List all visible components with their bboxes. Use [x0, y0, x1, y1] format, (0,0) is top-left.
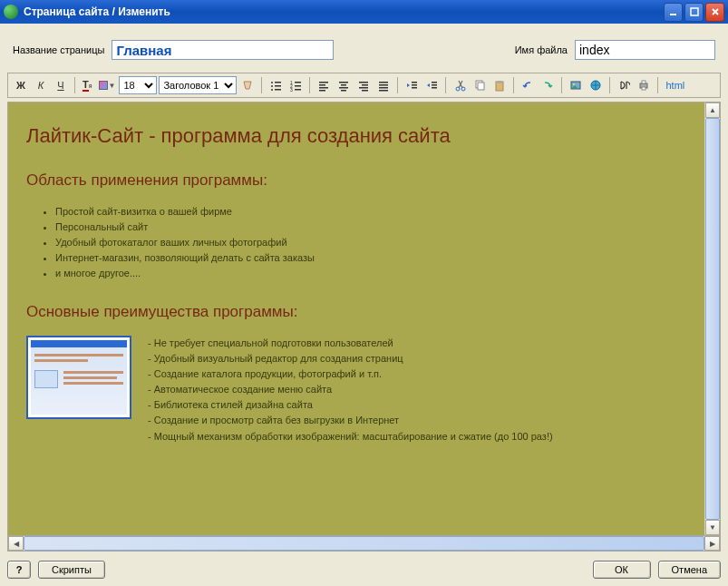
unordered-list-button[interactable] [267, 76, 285, 94]
thumbnail-image [26, 336, 131, 419]
horizontal-scrollbar[interactable]: ◀ ▶ [7, 536, 721, 552]
align-right-button[interactable] [354, 76, 373, 94]
scripts-button[interactable]: Скрипты [38, 561, 105, 579]
align-center-button[interactable] [335, 76, 353, 94]
editor-area: Лайтик-Сайт - программа для создания сай… [7, 102, 721, 552]
align-left-button[interactable] [315, 76, 333, 94]
list-item: - Не требует специальной подготовки поль… [148, 336, 553, 351]
find-button[interactable] [615, 76, 633, 94]
fields-row: Название страницы Имя файла [7, 31, 721, 73]
svg-rect-46 [642, 81, 645, 83]
section2-list: - Не требует специальной подготовки поль… [148, 336, 553, 444]
html-button[interactable]: html [663, 80, 687, 91]
minimize-button[interactable] [664, 3, 683, 22]
page-name-input[interactable] [112, 40, 334, 60]
list-item: Простой сайт-визитка о вашей фирме [55, 204, 686, 220]
clear-format-button[interactable] [238, 76, 257, 94]
svg-rect-13 [295, 89, 301, 91]
content-h1: Лайтик-Сайт - программа для создания сай… [26, 124, 686, 148]
italic-button[interactable]: К [32, 76, 50, 94]
maximize-button[interactable] [684, 3, 704, 22]
svg-rect-39 [478, 83, 484, 90]
svg-point-2 [271, 82, 273, 83]
svg-rect-28 [379, 87, 388, 89]
svg-rect-9 [295, 82, 301, 83]
svg-rect-11 [295, 85, 301, 87]
svg-rect-21 [341, 90, 346, 92]
insert-link-button[interactable] [587, 76, 605, 94]
svg-rect-32 [412, 87, 417, 89]
filename-label: Имя файла [515, 44, 568, 55]
window-title: Страница сайта / Изменить [24, 5, 664, 18]
page-name-label: Название страницы [13, 44, 104, 55]
copy-button[interactable] [471, 76, 489, 94]
list-item: - Мощный механизм обработки изображений:… [148, 429, 553, 444]
bold-button[interactable]: Ж [12, 76, 30, 94]
svg-rect-0 [670, 14, 676, 15]
svg-rect-34 [432, 84, 437, 86]
scroll-left-button[interactable]: ◀ [8, 536, 24, 551]
svg-text:3: 3 [290, 87, 293, 92]
list-item: - Создание и просмотр сайта без выгрузки… [148, 413, 553, 428]
svg-rect-16 [319, 87, 328, 89]
svg-rect-47 [642, 87, 645, 90]
toolbar: Ж К Ч Tя ▼ 18 Заголовок 1 123 [7, 73, 721, 98]
svg-rect-33 [432, 82, 437, 83]
svg-point-6 [271, 89, 273, 91]
font-size-select[interactable]: 18 [119, 76, 157, 94]
svg-rect-5 [275, 85, 281, 87]
svg-rect-15 [319, 84, 325, 86]
scroll-down-button[interactable]: ▼ [705, 520, 720, 535]
svg-point-36 [456, 87, 460, 91]
svg-rect-24 [359, 87, 368, 89]
svg-rect-35 [432, 87, 437, 89]
cancel-button[interactable]: Отмена [658, 561, 721, 579]
print-button[interactable] [635, 76, 653, 94]
svg-rect-26 [379, 82, 388, 83]
underline-button[interactable]: Ч [52, 76, 70, 94]
titlebar: Страница сайта / Изменить [0, 0, 728, 24]
list-item: - Удобный визуальный редактор для создан… [148, 351, 553, 366]
svg-rect-1 [691, 8, 698, 15]
dialog-body: Название страницы Имя файла Ж К Ч Tя ▼ 1… [0, 24, 728, 586]
insert-image-button[interactable] [567, 76, 585, 94]
align-justify-button[interactable] [374, 76, 393, 94]
list-item: Удобный фотокаталог ваших личных фотогра… [55, 235, 686, 250]
svg-rect-7 [275, 89, 281, 91]
svg-point-4 [271, 85, 273, 87]
svg-rect-17 [319, 90, 325, 92]
outdent-button[interactable] [403, 76, 421, 94]
editor-content[interactable]: Лайтик-Сайт - программа для создания сай… [8, 103, 704, 535]
list-item: - Библиотека стилей дизайна сайта [148, 397, 553, 413]
svg-rect-41 [498, 81, 501, 83]
redo-button[interactable] [539, 76, 557, 94]
vertical-scrollbar[interactable]: ▲ ▼ [704, 103, 720, 535]
scroll-right-button[interactable]: ▶ [704, 536, 720, 551]
help-button[interactable]: ? [7, 561, 31, 579]
indent-button[interactable] [422, 76, 441, 94]
font-color-button[interactable]: Tя [80, 76, 95, 94]
svg-rect-27 [379, 84, 388, 86]
svg-point-43 [573, 83, 575, 85]
list-item: Персональный сайт [55, 220, 686, 235]
list-item: - Автоматическое создание меню сайта [148, 382, 553, 397]
section1-heading: Область применения программы: [26, 171, 686, 190]
ok-button[interactable]: ОК [593, 561, 651, 579]
scroll-up-button[interactable]: ▲ [705, 103, 720, 118]
undo-button[interactable] [519, 76, 537, 94]
svg-point-37 [461, 87, 465, 91]
filename-input[interactable] [575, 40, 715, 60]
list-item: Интернет-магазин, позволяющий делать с с… [55, 250, 686, 266]
svg-rect-29 [379, 90, 388, 92]
format-select[interactable]: Заголовок 1 [159, 76, 237, 94]
cut-button[interactable] [451, 76, 469, 94]
svg-rect-25 [362, 90, 368, 92]
svg-rect-20 [339, 87, 348, 89]
close-button[interactable] [705, 3, 724, 22]
highlight-button[interactable]: ▼ [97, 76, 118, 94]
footer-row: ? Скрипты ОК Отмена [7, 552, 721, 579]
paste-button[interactable] [490, 76, 509, 94]
svg-rect-19 [341, 84, 346, 86]
window-buttons [664, 3, 724, 22]
ordered-list-button[interactable]: 123 [286, 76, 305, 94]
